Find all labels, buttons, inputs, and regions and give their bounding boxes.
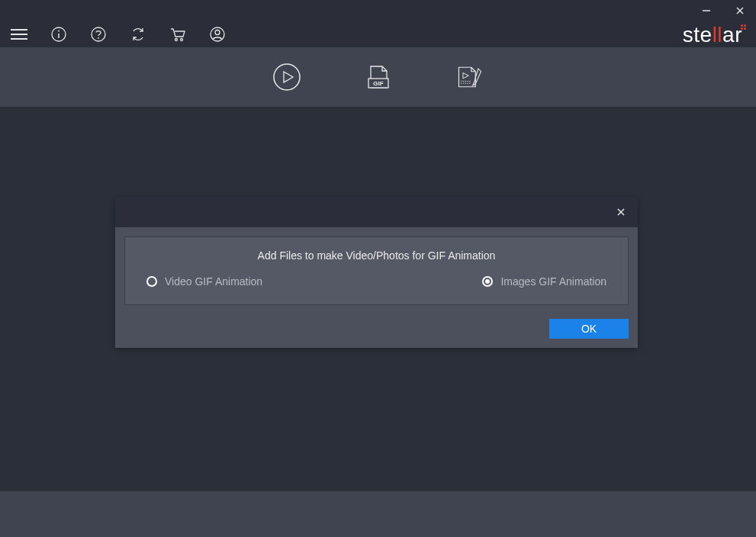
gif-source-dialog: Add Files to make Video/Photos for GIF A… — [115, 197, 638, 348]
mode-strip: GIF — [0, 47, 756, 107]
dialog-options: Video GIF Animation Images GIF Animation — [142, 275, 611, 288]
refresh-icon[interactable] — [128, 24, 148, 44]
cart-icon[interactable] — [168, 24, 188, 44]
option-images-gif[interactable]: Images GIF Animation — [482, 275, 606, 288]
window-close-button[interactable] — [729, 0, 751, 21]
help-icon[interactable] — [88, 24, 108, 44]
svg-point-8 — [175, 39, 178, 41]
window-minimize-button[interactable] — [695, 0, 718, 21]
info-icon[interactable] — [49, 24, 69, 44]
svg-point-12 — [274, 64, 300, 90]
window-titlebar — [0, 0, 756, 21]
brand-logo: stellar — [683, 23, 745, 47]
dialog-actions: OK — [115, 314, 638, 348]
dialog-header — [115, 197, 638, 227]
svg-point-5 — [58, 31, 60, 32]
brand-text-pre: ste — [683, 23, 713, 47]
svg-point-7 — [98, 37, 99, 39]
ok-button[interactable]: OK — [549, 319, 629, 339]
brand-dots-icon — [741, 23, 745, 40]
top-toolbar: stellar — [0, 21, 756, 47]
user-icon[interactable] — [207, 24, 227, 44]
radio-icon — [146, 276, 157, 287]
dialog-title: Add Files to make Video/Photos for GIF A… — [142, 249, 611, 262]
option-images-label: Images GIF Animation — [500, 275, 606, 288]
svg-point-11 — [215, 31, 220, 35]
mode-edit-button[interactable] — [455, 62, 485, 92]
dialog-body: Add Files to make Video/Photos for GIF A… — [115, 227, 638, 314]
option-video-label: Video GIF Animation — [165, 275, 262, 288]
dialog-frame: Add Files to make Video/Photos for GIF A… — [124, 236, 629, 305]
radio-icon — [482, 276, 493, 287]
option-video-gif[interactable]: Video GIF Animation — [146, 275, 262, 288]
brand-text-accent: ll — [713, 23, 722, 47]
bottom-bar — [0, 491, 756, 537]
mode-play-button[interactable] — [272, 62, 302, 92]
hamburger-menu-icon[interactable] — [9, 24, 29, 44]
brand-text-post: ar — [722, 23, 742, 47]
svg-point-6 — [92, 27, 105, 41]
mode-gif-button[interactable]: GIF — [363, 62, 394, 92]
svg-point-9 — [181, 39, 183, 41]
svg-text:GIF: GIF — [373, 80, 383, 87]
dialog-close-button[interactable] — [613, 204, 629, 220]
